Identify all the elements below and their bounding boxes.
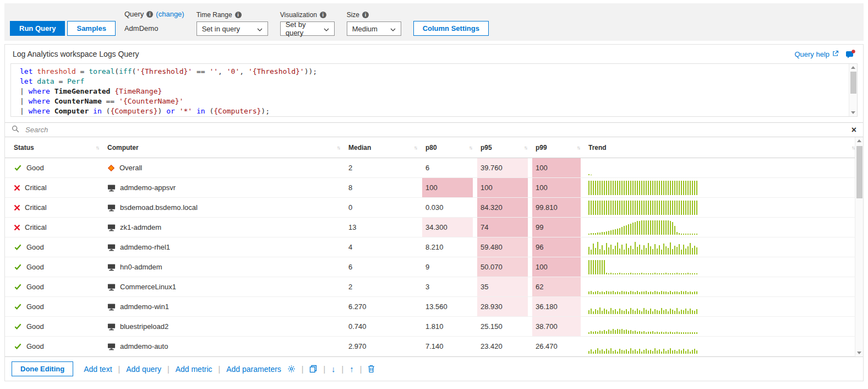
move-down-icon[interactable]: ↓ [331, 364, 336, 374]
code-editor-scrollbar[interactable] [849, 64, 857, 116]
trend-bars [588, 280, 697, 294]
copy-icon[interactable] [309, 365, 317, 373]
scrollbar-thumb[interactable] [850, 72, 856, 94]
p80-cell: 8.210 [422, 237, 473, 257]
column-settings-button[interactable]: Column Settings [413, 21, 489, 36]
computer-icon [107, 224, 116, 231]
table-row[interactable]: Goodadmdemo-win16.27013.56028.93036.180 [5, 297, 863, 317]
sort-icon[interactable]: ↑↓ [337, 145, 340, 150]
trend-bars [588, 300, 697, 314]
computer-name: CommerceLinux1 [120, 283, 176, 291]
column-header-p99[interactable]: p99↑↓ [536, 144, 588, 152]
run-query-button[interactable]: Run Query [10, 21, 65, 36]
p95-cell: 25.150 [477, 317, 528, 336]
size-dropdown[interactable]: Medium [347, 21, 401, 36]
p80-cell: 100 [422, 178, 473, 197]
column-header-computer[interactable]: Computer↑↓ [107, 144, 348, 152]
add-text-link[interactable]: Add text [84, 365, 112, 374]
code-lines[interactable]: let threshold = toreal(iff('{Threshold}'… [11, 64, 849, 116]
sort-icon[interactable]: ↑↓ [577, 145, 580, 150]
add-query-link[interactable]: Add query [126, 365, 161, 374]
p80-cell: 9 [422, 257, 473, 277]
status-label: Good [26, 164, 44, 172]
results-table: Status↑↓ Computer↑↓ Median↑↓ p80↑↓ p95↑↓… [5, 137, 863, 356]
top-toolbar: Run Query Samples Query (change) AdmDemo… [4, 3, 864, 41]
median-cell: 2.970 [345, 337, 418, 356]
feedback-icon[interactable] [845, 50, 855, 58]
done-editing-button[interactable]: Done Editing [12, 361, 73, 376]
samples-button[interactable]: Samples [67, 21, 115, 36]
separator: | [302, 365, 304, 374]
scroll-up-arrow-icon[interactable] [851, 66, 855, 69]
time-range-dropdown[interactable]: Set in query [196, 21, 268, 36]
change-query-link[interactable]: (change) [156, 10, 184, 18]
computer-name: bsdemoad.bsdemo.local [120, 203, 198, 212]
table-scrollbar[interactable] [855, 137, 863, 356]
query-help-link[interactable]: Query help [794, 50, 839, 58]
column-header-p95[interactable]: p95↑↓ [481, 144, 536, 152]
status-label: Critical [25, 223, 47, 231]
p99-cell: 26.470 [532, 337, 581, 356]
trend-bars [588, 320, 697, 334]
sort-icon[interactable]: ↑↓ [851, 145, 854, 150]
table-row[interactable]: Goodhn0-admdem6950.070100 [5, 257, 863, 277]
scroll-down-arrow-icon[interactable] [851, 111, 855, 114]
trend-bars [588, 220, 697, 235]
code-editor[interactable]: let threshold = toreal(iff('{Threshold}'… [10, 63, 858, 117]
column-header-median[interactable]: Median↑↓ [348, 144, 425, 152]
status-label: Good [26, 283, 44, 291]
table-row[interactable]: Criticalbsdemoad.bsdemo.local00.03084.32… [5, 198, 863, 218]
status-good-icon [14, 283, 22, 291]
status-cell: Good [14, 337, 107, 356]
table-row[interactable]: Goodbluestripeload20.7401.81025.15038.70… [5, 317, 863, 337]
search-input[interactable] [24, 125, 847, 134]
visualization-dropdown[interactable]: Set by query [280, 21, 335, 36]
column-header-p80[interactable]: p80↑↓ [425, 144, 481, 152]
info-icon [146, 11, 153, 18]
table-row[interactable]: Goodadmdemo-rhel148.21059.48096 [5, 237, 863, 257]
sort-icon[interactable]: ↑↓ [469, 145, 472, 150]
status-good-icon [14, 322, 22, 331]
p80-cell: 0.030 [422, 198, 473, 217]
code-line[interactable]: | where Computer in ({Computers}) or '*'… [20, 106, 849, 116]
p80-cell: 6 [422, 158, 473, 177]
computer-cell: CommerceLinux1 [107, 277, 348, 296]
scroll-down-arrow-icon[interactable] [857, 352, 861, 354]
add-parameters-link[interactable]: Add parameters [226, 365, 281, 374]
status-good-icon [14, 164, 22, 172]
status-label: Good [26, 243, 44, 251]
sort-icon[interactable]: ↑↓ [96, 145, 99, 150]
settings-gear-icon[interactable] [287, 365, 296, 373]
chevron-down-icon [390, 25, 396, 33]
column-header-status[interactable]: Status↑↓ [14, 144, 107, 152]
sort-icon[interactable]: ↑↓ [414, 145, 417, 150]
code-line[interactable]: | where TimeGenerated {TimeRange} [20, 87, 849, 96]
table-row[interactable]: GoodCommerceLinux1233562 [5, 277, 863, 297]
code-line[interactable]: let threshold = toreal(iff('{Threshold}'… [20, 67, 849, 77]
table-row[interactable]: Goodadmdemo-auto2.9707.14023.42026.470 [5, 337, 863, 356]
scrollbar-thumb[interactable] [856, 146, 862, 198]
delete-icon[interactable] [368, 365, 375, 373]
column-header-trend[interactable]: Trend↑↓ [588, 144, 863, 152]
table-body: GoodOverall2639.760100Criticaladmdemo-ap… [5, 158, 863, 356]
code-line[interactable]: | where CounterName == '{CounterName}' [20, 96, 849, 106]
table-row[interactable]: GoodOverall2639.760100 [5, 158, 863, 178]
trend-sparkline [588, 257, 863, 277]
scroll-up-arrow-icon[interactable] [857, 139, 861, 142]
info-icon [235, 12, 242, 18]
table-row[interactable]: Criticalzk1-admdem1334.3007499 [5, 218, 863, 237]
overall-icon [107, 164, 115, 172]
status-label: Critical [25, 203, 47, 212]
clear-search-icon[interactable]: × [851, 126, 856, 134]
trend-bars [588, 161, 592, 175]
table-row[interactable]: Criticaladmdemo-appsvr8100100100 [5, 178, 863, 198]
status-cell: Good [14, 277, 107, 296]
status-good-icon [14, 342, 22, 350]
status-cell: Good [14, 257, 107, 277]
move-up-icon[interactable]: ↑ [350, 364, 354, 374]
add-metric-link[interactable]: Add metric [176, 365, 212, 374]
sort-icon[interactable]: ↑↓ [524, 145, 527, 150]
code-line[interactable]: let data = Perf [20, 77, 849, 87]
trend-sparkline [588, 237, 863, 257]
trend-sparkline [588, 178, 863, 197]
